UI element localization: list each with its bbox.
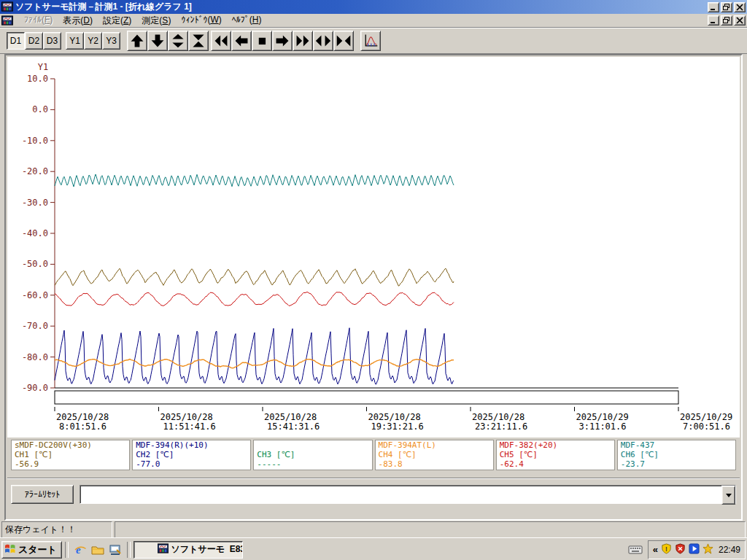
- fast-backward-icon: [213, 33, 229, 49]
- svg-text:-50.0: -50.0: [22, 259, 48, 269]
- legend-value: -23.7: [621, 459, 732, 469]
- legend-channel-label: CH6 [℃]: [621, 450, 732, 459]
- toolbar-button-y2[interactable]: Y2: [84, 32, 102, 50]
- stop-icon: [254, 33, 270, 49]
- svg-text:8:01:51.6: 8:01:51.6: [59, 421, 107, 432]
- toolbar-button-fast-backward[interactable]: [211, 31, 231, 51]
- toolbar-button-scroll-down[interactable]: [147, 31, 168, 51]
- toolbar-button-line-graph[interactable]: [360, 31, 381, 51]
- toolbar-button-fit-vertical[interactable]: [188, 31, 209, 51]
- media-player-icon[interactable]: [689, 543, 700, 556]
- svg-text:-70.0: -70.0: [22, 321, 48, 331]
- security-alert-icon[interactable]: !: [661, 543, 672, 556]
- legend-value: -62.4: [500, 459, 611, 469]
- chevron-down-icon: [726, 494, 732, 497]
- taskbar-divider: [65, 542, 69, 558]
- task-button-label: ソフトサーモ E830: [171, 543, 243, 556]
- show-desktop-icon[interactable]: [107, 541, 124, 559]
- legend-channel-label: CH1 [℃]: [15, 450, 126, 459]
- svg-text:0.0: 0.0: [32, 104, 48, 114]
- tray-chevron[interactable]: «: [653, 544, 658, 555]
- legend-cell-ch3: CH3 [℃]-----: [253, 440, 372, 470]
- svg-text:e: e: [76, 544, 81, 556]
- legend-value: -83.8: [379, 459, 490, 469]
- expand-vertical-icon: [170, 33, 186, 49]
- security-blocked-icon[interactable]: [675, 543, 686, 556]
- window-title: ソフトサーモ計測－計測1 - [折れ線グラフ 1]: [15, 1, 706, 13]
- favorites-star-icon[interactable]: [703, 543, 713, 556]
- legend-channel-label: CH3 [℃]: [257, 450, 368, 459]
- svg-text:-30.0: -30.0: [22, 198, 48, 208]
- toolbar-button-d3[interactable]: D3: [43, 32, 61, 50]
- legend-value: -56.9: [15, 459, 126, 469]
- system-tray: « ! 22:49: [648, 540, 746, 559]
- toolbar-button-expand-horizontal[interactable]: [313, 31, 333, 51]
- alarm-combobox[interactable]: [80, 485, 736, 504]
- legend-sensor-name: MDF-382(+20): [500, 440, 611, 450]
- child-restore-button[interactable]: [721, 15, 732, 26]
- svg-text:11:51:41.6: 11:51:41.6: [163, 421, 216, 432]
- windows-logo-icon: [4, 542, 16, 556]
- svg-text:-90.0: -90.0: [22, 383, 48, 393]
- svg-text:-40.0: -40.0: [22, 228, 48, 238]
- taskbar-divider: [127, 542, 131, 558]
- combobox-dropdown-button[interactable]: [721, 486, 735, 505]
- child-minimize-button[interactable]: [708, 15, 719, 26]
- legend-cell-ch6: MDF-437CH6 [℃]-23.7: [617, 440, 736, 470]
- series-ch6: [55, 174, 454, 187]
- toolbar-button-stop[interactable]: [252, 31, 272, 51]
- step-right-icon: [274, 33, 290, 49]
- svg-text:15:41:31.6: 15:41:31.6: [267, 421, 320, 432]
- legend-cell-ch4: MDF-394AT(L)CH4 [℃]-83.8: [375, 440, 494, 470]
- legend-cell-ch5: MDF-382(+20)CH5 [℃]-62.4: [496, 440, 615, 470]
- toolbar-button-expand-vertical[interactable]: [168, 31, 188, 51]
- toolbar-button-step-right[interactable]: [272, 31, 293, 51]
- mdi-child-icon[interactable]: [1, 15, 13, 26]
- scroll-down-icon: [150, 33, 166, 49]
- menu-items: ﾌｧｲﾙ(F)表示(D)設定(Z)測定(S)ｳｨﾝﾄﾞｳ(W)ﾍﾙﾌﾟ(H): [19, 14, 266, 28]
- toolbar-button-compress-horizontal[interactable]: [333, 31, 354, 51]
- legend-sensor-name: MDF-394AT(L): [379, 440, 490, 450]
- toolbar-button-d1[interactable]: D1: [7, 32, 25, 50]
- title-bar: ソフトサーモ計測－計測1 - [折れ線グラフ 1]: [0, 0, 747, 14]
- toolbar-button-d2[interactable]: D2: [25, 32, 43, 50]
- app-icon[interactable]: [1, 1, 13, 12]
- toolbar-button-fast-forward[interactable]: [293, 31, 313, 51]
- menu-item-measure[interactable]: 測定(S): [136, 14, 176, 28]
- toolbar-button-y3[interactable]: Y3: [102, 32, 120, 50]
- toolbar-button-scroll-up[interactable]: [127, 31, 147, 51]
- keyboard-layout-icon[interactable]: [626, 541, 645, 559]
- task-button-softthermo[interactable]: ソフトサーモ E830: [133, 541, 243, 559]
- svg-text:10.0: 10.0: [27, 74, 48, 84]
- legend-channel-label: CH2 [℃]: [136, 450, 247, 459]
- svg-text:Y1: Y1: [38, 62, 48, 72]
- chart-panel: Y110.00.0-10.0-20.0-30.0-40.0-50.0-60.0-…: [7, 57, 740, 438]
- step-left-icon: [233, 33, 249, 49]
- toolbar-button-step-left[interactable]: [231, 31, 252, 51]
- minimize-button[interactable]: [708, 2, 719, 12]
- folder-icon[interactable]: [89, 541, 107, 559]
- menu-item-settings[interactable]: 設定(Z): [98, 14, 136, 28]
- close-button[interactable]: [734, 2, 746, 12]
- alarm-reset-button[interactable]: ｱﾗｰﾑﾘｾｯﾄ: [11, 485, 74, 504]
- toolbar-button-y1[interactable]: Y1: [66, 32, 84, 50]
- legend-sensor-name: sMDF-DC200V(+30): [15, 440, 126, 450]
- menu-item-help[interactable]: ﾍﾙﾌﾟ(H): [227, 14, 267, 28]
- divider: [7, 478, 740, 479]
- menu-item-view[interactable]: 表示(D): [58, 14, 98, 28]
- compress-horizontal-icon: [336, 33, 352, 49]
- svg-text:2025/10/28: 2025/10/28: [56, 412, 109, 422]
- menu-item-window[interactable]: ｳｨﾝﾄﾞｳ(W): [176, 14, 226, 28]
- svg-text:2025/10/28: 2025/10/28: [472, 412, 525, 422]
- scroll-up-icon: [129, 33, 145, 49]
- svg-text:!: !: [665, 545, 667, 552]
- start-button[interactable]: スタート: [1, 541, 62, 559]
- fast-forward-icon: [295, 33, 311, 49]
- child-close-button[interactable]: [734, 15, 746, 26]
- restore-button[interactable]: [721, 2, 732, 12]
- clock: 22:49: [719, 545, 740, 555]
- legend-channel-label: CH4 [℃]: [379, 450, 490, 459]
- svg-text:2025/10/29: 2025/10/29: [680, 412, 732, 422]
- expand-horizontal-icon: [315, 33, 331, 49]
- internet-explorer-icon[interactable]: e: [71, 541, 89, 559]
